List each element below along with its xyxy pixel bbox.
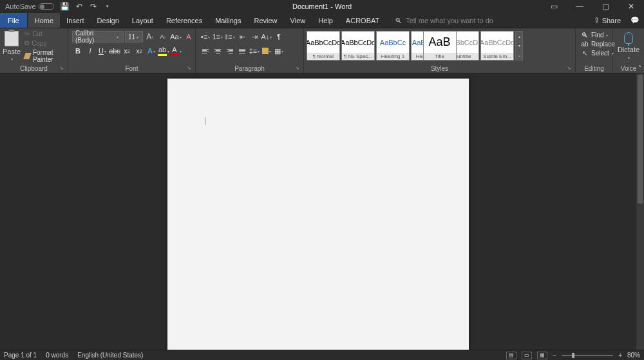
document-area[interactable] [0,73,636,350]
tab-help[interactable]: Help [312,13,339,28]
redo-icon[interactable]: ↷ [89,2,98,11]
borders-button[interactable]: ▦ [273,45,285,57]
undo-icon[interactable]: ↶ [75,2,84,11]
replace-button[interactable]: abReplace [580,40,616,48]
superscript-button[interactable]: x2 [133,45,145,57]
status-words[interactable]: 0 words [46,352,68,359]
style-normal[interactable]: AaBbCcDd¶ Normal [307,31,340,61]
autosave-toggle[interactable] [39,3,54,10]
save-icon[interactable]: 💾 [61,2,70,11]
tab-home[interactable]: Home [28,13,60,28]
font-size-combo[interactable]: 11▾ [125,31,143,43]
align-right-button[interactable] [224,45,236,57]
status-language[interactable]: English (United States) [77,352,143,359]
chevron-down-icon: ▾ [11,57,13,61]
justify-button[interactable] [236,45,248,57]
zoom-level[interactable]: 80% [627,352,640,359]
copy-button[interactable]: ⧉Copy [23,39,65,48]
bold-button[interactable]: B [72,45,84,57]
read-mode-icon[interactable]: ▤ [506,352,516,359]
minimize-icon[interactable]: — [567,0,592,13]
font-group-label: Font [125,65,138,72]
align-center-button[interactable] [212,45,223,57]
tab-acrobat[interactable]: ACROBAT [339,13,386,28]
style-heading-1[interactable]: AaBbCcHeading 1 [376,31,410,61]
tellme-search[interactable]: 🔍︎ Tell me what you want to do [395,13,493,28]
tab-design[interactable]: Design [91,13,126,28]
share-label: Share [602,17,621,24]
page[interactable] [167,79,469,350]
zoom-out-button[interactable]: − [553,352,556,359]
styles-launcher-icon[interactable]: ↘ [567,65,571,71]
zoom-slider[interactable] [562,355,613,356]
tab-layout[interactable]: Layout [126,13,160,28]
select-icon: ↖ [581,50,589,57]
scrollbar-thumb[interactable] [638,75,643,204]
close-icon[interactable]: ✕ [618,0,644,13]
numbering-button[interactable]: 1≡ [212,31,223,43]
share-button[interactable]: ⇪ Share [589,13,626,28]
status-page[interactable]: Page 1 of 1 [4,352,37,359]
font-name-combo[interactable]: Calibri (Body)▾ [72,31,124,43]
paste-button[interactable]: Paste ▾ [3,30,21,61]
format-painter-button[interactable]: Format Painter [23,48,65,64]
style-label: ¶ Normal [307,53,339,60]
styles-gallery-more[interactable]: ▴▾⌄ [515,31,523,61]
font-color-button[interactable]: A [170,45,182,57]
web-layout-icon[interactable]: ▦ [537,352,547,359]
window-title: Document1 - Word [292,3,352,10]
align-left-button[interactable] [200,45,211,57]
font-launcher-icon[interactable]: ↘ [187,65,191,71]
text-effects-button[interactable]: A [146,45,157,57]
grow-font-button[interactable]: A↑ [144,31,156,43]
select-button[interactable]: ↖Select▾ [580,49,616,57]
cut-button[interactable]: ✂Cut [23,30,65,38]
multilevel-list-button[interactable]: ⦀≡ [224,31,236,43]
sort-button[interactable]: A↓ [261,31,272,43]
tab-mailings[interactable]: Mailings [209,13,247,28]
style-title[interactable]: AaBTitle [423,31,457,61]
copy-icon: ⧉ [24,39,29,47]
change-case-button[interactable]: Aa [170,31,182,43]
shading-button[interactable] [261,45,272,57]
tellme-placeholder: Tell me what you want to do [406,17,493,24]
paragraph-launcher-icon[interactable]: ↘ [295,65,299,71]
subscript-button[interactable]: x2 [121,45,133,57]
clipboard-icon [5,31,19,46]
tab-review[interactable]: Review [248,13,284,28]
tab-references[interactable]: References [160,13,209,28]
print-layout-icon[interactable]: ▭ [522,352,532,359]
maximize-icon[interactable]: ▢ [592,0,618,13]
strikethrough-button[interactable]: abc [109,45,120,57]
clipboard-launcher-icon[interactable]: ↘ [59,65,64,71]
underline-button[interactable]: U [97,45,108,57]
highlight-button[interactable]: ab [158,45,169,57]
show-marks-button[interactable]: ¶ [273,31,285,43]
collapse-ribbon-icon[interactable]: ˄ [638,64,641,71]
bullets-button[interactable]: •≡ [200,31,211,43]
line-spacing-button[interactable]: ‡≡ [249,45,260,57]
shrink-font-button[interactable]: A↓ [157,31,169,43]
find-icon: 🔍︎ [581,32,589,39]
decrease-indent-button[interactable]: ⇤ [236,31,248,43]
paragraph-group-label: Paragraph [234,65,265,72]
qat-more-icon[interactable]: ▾ [103,2,112,11]
find-button[interactable]: 🔍︎Find▾ [580,31,616,39]
autosave-label: AutoSave [5,3,36,10]
tab-view[interactable]: View [284,13,312,28]
comments-icon[interactable]: 💬 [626,13,644,28]
zoom-knob[interactable] [572,353,574,358]
chevron-down-icon: ▾ [628,55,630,60]
italic-button[interactable]: I [84,45,96,57]
clear-formatting-button[interactable]: A [183,31,194,43]
style-subtle-emphasis[interactable]: AaBbCcDdSubtle Em... [480,31,514,61]
style-preview: AaB [424,32,456,53]
tab-insert[interactable]: Insert [60,13,91,28]
dictate-button[interactable]: Dictate ▾ [616,30,641,60]
zoom-in-button[interactable]: + [618,352,622,359]
tab-file[interactable]: File [0,13,27,28]
increase-indent-button[interactable]: ⇥ [249,31,260,43]
style-no-spacing[interactable]: AaBbCcDd¶ No Spac... [341,31,375,61]
ribbon-options-icon[interactable]: ▭ [541,0,567,13]
vertical-scrollbar[interactable] [636,73,644,350]
